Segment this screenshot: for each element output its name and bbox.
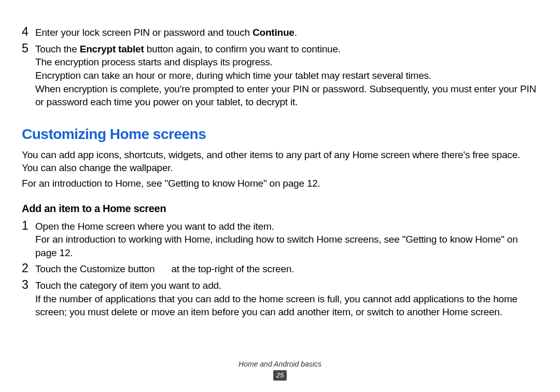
step-text: Touch the Customize button at the top-ri… [35, 262, 538, 276]
step-text: Encryption can take an hour or more, dur… [35, 69, 538, 82]
step-body: Touch the Customize button at the top-ri… [35, 261, 538, 276]
step-text: If the number of applications that you c… [35, 292, 538, 319]
step-text: Open the Home screen where you want to a… [35, 220, 538, 233]
footer-section-label: Home and Android basics [0, 360, 560, 368]
substep-1: 1 Open the Home screen where you want to… [22, 219, 538, 260]
step-4: 4 Enter your lock screen PIN or password… [22, 25, 538, 39]
page-content: 4 Enter your lock screen PIN or password… [22, 25, 538, 319]
step-text: The encryption process starts and displa… [35, 55, 538, 69]
step-number: 1 [22, 219, 35, 233]
section-paragraph: You can add app icons, shortcuts, widget… [22, 148, 538, 175]
step-text: Touch the category of item you want to a… [35, 279, 538, 292]
section-heading: Customizing Home screens [22, 124, 538, 144]
step-text: When encryption is complete, you're prom… [35, 82, 538, 109]
step-text: Touch the Encrypt tablet button again, t… [35, 43, 538, 56]
step-body: Open the Home screen where you want to a… [35, 219, 538, 260]
step-number: 2 [22, 261, 35, 276]
substep-3: 3 Touch the category of item you want to… [22, 278, 538, 319]
page-footer: Home and Android basics 25 [0, 360, 560, 381]
substep-2: 2 Touch the Customize button at the top-… [22, 261, 538, 276]
step-body: Touch the Encrypt tablet button again, t… [35, 41, 538, 109]
step-text: Enter your lock screen PIN or password a… [35, 26, 538, 39]
step-text: For an introduction to working with Home… [35, 233, 538, 259]
page-number: 25 [273, 370, 287, 381]
step-body: Touch the category of item you want to a… [35, 278, 538, 319]
section-paragraph: For an introduction to Home, see "Gettin… [22, 177, 538, 190]
step-body: Enter your lock screen PIN or password a… [35, 25, 538, 39]
step-number: 4 [22, 25, 35, 39]
step-number: 3 [22, 278, 35, 292]
step-5: 5 Touch the Encrypt tablet button again,… [22, 41, 538, 109]
step-number: 5 [22, 41, 35, 56]
subsection-heading: Add an item to a Home screen [22, 202, 538, 216]
